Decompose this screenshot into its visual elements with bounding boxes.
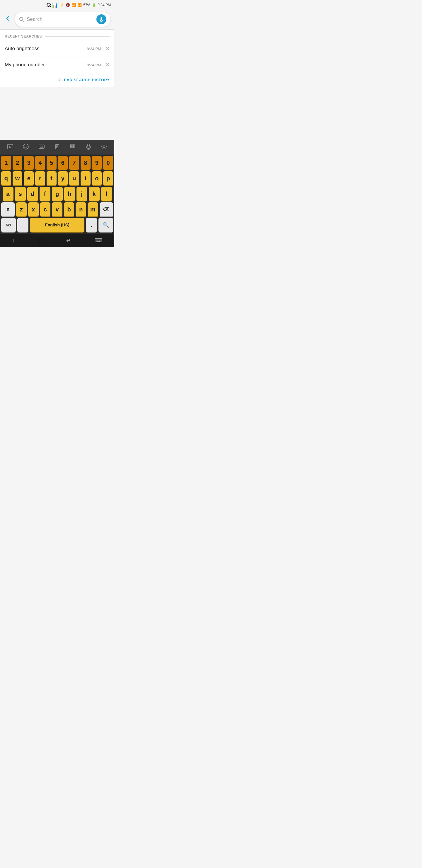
clear-history-button[interactable]: CLEAR SEARCH HISTORY (5, 73, 109, 87)
key-a[interactable]: a (3, 187, 13, 201)
numpad-toolbar-icon[interactable] (67, 142, 78, 153)
space-key[interactable]: English (US) (30, 218, 85, 232)
key-r[interactable]: r (35, 171, 45, 185)
search-item[interactable]: My phone number 9:34 PM ✕ (5, 57, 109, 73)
svg-rect-17 (74, 145, 75, 146)
bluetooth-icon: ⚡ (60, 3, 64, 7)
period-key[interactable]: . (86, 218, 97, 232)
search-bar-container: Search (0, 9, 114, 29)
key-z[interactable]: z (16, 202, 27, 216)
svg-text:GIF: GIF (39, 146, 44, 148)
svg-point-0 (20, 17, 23, 21)
key-f[interactable]: f (39, 187, 51, 201)
search-item[interactable]: Auto brightness 9:34 PM ✕ (5, 41, 109, 57)
middle-row: a s d f g h j k l (1, 187, 113, 201)
clipboard-toolbar-icon[interactable] (52, 142, 63, 153)
shift-key[interactable]: ⇧ (1, 202, 15, 216)
nav-home-icon[interactable]: □ (39, 238, 42, 244)
empty-content-area (0, 87, 114, 140)
search-placeholder: Search (27, 17, 94, 22)
svg-rect-16 (72, 145, 73, 146)
image-icon: 🖼 (46, 2, 51, 8)
recent-header: RECENT SEARCHES (5, 34, 109, 38)
search-item-time: 9:34 PM (87, 46, 101, 51)
key-n[interactable]: n (75, 202, 86, 216)
svg-rect-1 (100, 17, 102, 20)
key-q[interactable]: q (1, 171, 11, 185)
key-1[interactable]: 1 (1, 156, 11, 170)
svg-rect-18 (70, 146, 72, 148)
key-b[interactable]: b (64, 202, 74, 216)
backspace-key[interactable]: ⌫ (100, 202, 113, 216)
key-l[interactable]: l (101, 187, 112, 201)
mute-icon: 🔇 (66, 3, 70, 7)
key-d[interactable]: d (27, 187, 38, 201)
font-toolbar-icon[interactable]: A (5, 142, 16, 153)
key-p[interactable]: p (103, 171, 113, 185)
status-bar: 🖼 📊 ⚡ 🔇 📶 📶 57% 🔋 9:34 PM (0, 0, 114, 9)
key-6[interactable]: 6 (58, 156, 68, 170)
key-e[interactable]: e (24, 171, 34, 185)
svg-rect-19 (72, 146, 73, 148)
bottom-nav: ↓ □ ↵ ⌨ (0, 234, 114, 247)
key-m[interactable]: m (88, 202, 98, 216)
key-3[interactable]: 3 (24, 156, 34, 170)
back-button[interactable] (3, 14, 12, 24)
search-icon (19, 17, 24, 22)
number-row: 1 2 3 4 5 6 7 8 9 0 (1, 156, 113, 170)
svg-text:A: A (8, 145, 11, 149)
stats-icon: 📊 (52, 2, 58, 8)
battery-percent: 57% (83, 3, 90, 7)
recent-line (45, 36, 109, 37)
time: 9:34 PM (98, 3, 111, 7)
key-w[interactable]: w (12, 171, 23, 185)
key-9[interactable]: 9 (92, 156, 102, 170)
gif-toolbar-icon[interactable]: GIF (36, 142, 47, 153)
key-y[interactable]: y (58, 171, 68, 185)
key-c[interactable]: c (40, 202, 51, 216)
close-icon[interactable]: ✕ (105, 45, 109, 52)
search-input-wrapper[interactable]: Search (15, 12, 111, 27)
key-o[interactable]: o (92, 171, 102, 185)
key-5[interactable]: 5 (46, 156, 57, 170)
symbols-key[interactable]: !#1 (1, 218, 16, 232)
svg-rect-21 (88, 144, 89, 147)
close-icon[interactable]: ✕ (105, 62, 109, 68)
key-7[interactable]: 7 (69, 156, 79, 170)
key-j[interactable]: j (76, 187, 87, 201)
bottom-letter-row: ⇧ z x c v b n m ⌫ (1, 202, 113, 216)
key-s[interactable]: s (15, 187, 26, 201)
keyboard-rows: 1 2 3 4 5 6 7 8 9 0 q w e r t y u i o p … (0, 155, 114, 234)
nav-back-icon[interactable]: ↓ (12, 238, 15, 244)
svg-point-7 (25, 146, 25, 146)
key-4[interactable]: 4 (35, 156, 45, 170)
spacebar-row: !#1 , English (US) . 🔍 (1, 218, 113, 232)
mic-toolbar-icon[interactable] (83, 142, 94, 153)
signal-icon: 📶 (77, 3, 82, 7)
key-h[interactable]: h (64, 187, 75, 201)
recent-title: RECENT SEARCHES (5, 34, 42, 38)
search-item-time: 9:34 PM (87, 63, 101, 67)
key-2[interactable]: 2 (12, 156, 23, 170)
key-0[interactable]: 0 (103, 156, 113, 170)
search-key[interactable]: 🔍 (98, 218, 113, 232)
key-8[interactable]: 8 (80, 156, 91, 170)
settings-toolbar-icon[interactable] (98, 142, 109, 153)
keyboard-toolbar: A GIF (0, 140, 114, 155)
nav-recents-icon[interactable]: ↵ (66, 237, 71, 244)
key-x[interactable]: x (28, 202, 39, 216)
emoji-toolbar-icon[interactable] (20, 142, 31, 153)
svg-rect-15 (70, 145, 72, 146)
svg-rect-20 (74, 146, 75, 148)
key-u[interactable]: u (69, 171, 79, 185)
comma-key[interactable]: , (17, 218, 28, 232)
search-item-right: 9:34 PM ✕ (87, 45, 109, 52)
key-k[interactable]: k (89, 187, 100, 201)
key-g[interactable]: g (52, 187, 63, 201)
mic-button[interactable] (96, 14, 106, 24)
media-status-icons: 🖼 📊 (46, 2, 58, 8)
nav-keyboard-icon[interactable]: ⌨ (95, 237, 102, 244)
key-t[interactable]: t (46, 171, 57, 185)
key-i[interactable]: i (80, 171, 91, 185)
key-v[interactable]: v (52, 202, 62, 216)
